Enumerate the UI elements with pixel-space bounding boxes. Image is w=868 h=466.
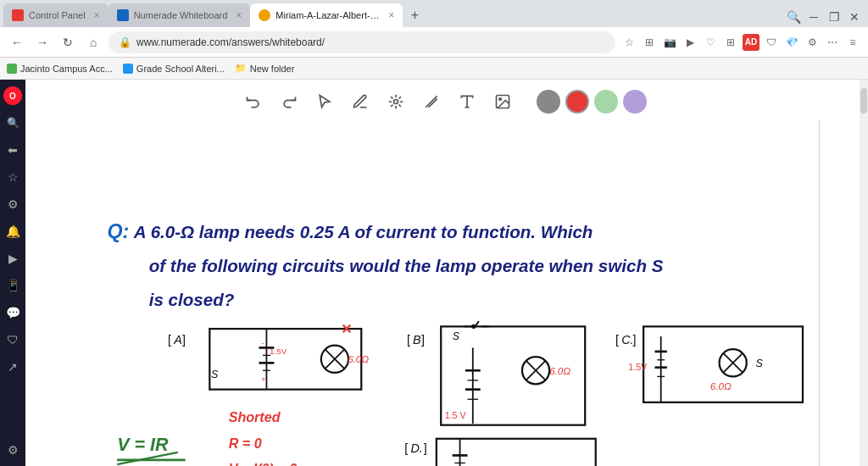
svg-text:S: S: [756, 358, 764, 369]
redo-button[interactable]: [274, 86, 304, 117]
tab-close-numerade[interactable]: ×: [236, 9, 242, 21]
tab-numerade[interactable]: Numerade Whiteboard ×: [108, 3, 251, 27]
svg-rect-14: [209, 329, 361, 390]
bookmark-folder[interactable]: 📁 New folder: [235, 63, 295, 74]
sidebar-external-icon[interactable]: ↗: [3, 358, 22, 376]
tab-label-control: Control Panel: [29, 10, 86, 20]
drawing-svg: Q: A 6.0-Ω lamp needs 0.25 A of current …: [25, 120, 860, 466]
bookmark-label-jacinto: Jacinto Campus Acc...: [20, 64, 113, 74]
vpn-icon[interactable]: 🛡: [763, 34, 780, 51]
ad-block-icon[interactable]: AD: [743, 34, 760, 51]
svg-text:-: -: [261, 339, 264, 347]
svg-text:1.5 V: 1.5 V: [445, 410, 467, 420]
sidebar-notification-icon[interactable]: 🔔: [3, 222, 22, 241]
sidebar-message-icon[interactable]: 💬: [3, 303, 22, 322]
svg-point-6: [499, 98, 502, 101]
svg-text:[: [: [615, 333, 619, 347]
svg-text:6.0Ω: 6.0Ω: [710, 380, 732, 391]
apps-icon[interactable]: ⊞: [722, 34, 739, 51]
forward-button[interactable]: →: [32, 32, 53, 53]
pencil-button[interactable]: [345, 86, 376, 117]
extensions-icon[interactable]: ⋯: [824, 34, 841, 51]
svg-text:+: +: [261, 375, 265, 384]
drawing-toolbar: [25, 80, 860, 120]
reload-button[interactable]: ↻: [58, 32, 78, 53]
restore-button[interactable]: ❐: [824, 7, 844, 27]
url-bar[interactable]: 🔒 www.numerade.com/answers/whiteboard/: [108, 31, 615, 53]
svg-text:A: A: [173, 333, 182, 347]
svg-text:1.5V: 1.5V: [270, 347, 287, 356]
svg-text:Shorted: Shorted: [229, 409, 281, 424]
minimize-button[interactable]: ─: [804, 7, 824, 27]
svg-point-0: [394, 100, 398, 104]
bookmark-label-grade: Grade School Alteri...: [136, 64, 225, 74]
svg-text:[: [: [168, 333, 171, 347]
sidebar-bottom-settings-icon[interactable]: ⚙: [3, 441, 22, 459]
svg-text:Q:: Q:: [108, 220, 130, 242]
svg-text:[: [: [407, 333, 410, 347]
sidebar-settings-icon[interactable]: ⚙: [3, 195, 22, 214]
bookmark-label-folder: New folder: [250, 64, 295, 74]
sidebar-shield-icon[interactable]: 🛡: [3, 330, 22, 349]
settings-icon[interactable]: ⚙: [804, 34, 821, 51]
home-button[interactable]: ⌂: [83, 32, 103, 53]
tab-search-icon[interactable]: ⊞: [641, 34, 658, 51]
sidebar-search-icon[interactable]: 🔍: [3, 114, 22, 132]
heart-icon[interactable]: ♡: [702, 34, 719, 51]
svg-text:of the following circuits  wou: of the following circuits would the lamp…: [149, 256, 664, 275]
scroll-thumb[interactable]: [860, 88, 867, 114]
camera-icon[interactable]: 📷: [661, 34, 678, 51]
tab-control-panel[interactable]: Control Panel ×: [3, 3, 108, 27]
undo-button[interactable]: [238, 86, 269, 117]
svg-text:]: ]: [421, 333, 425, 347]
shapes-button[interactable]: [381, 86, 411, 117]
image-button[interactable]: [487, 86, 518, 117]
whiteboard-canvas[interactable]: Q: A 6.0-Ω lamp needs 0.25 A of current …: [25, 120, 860, 466]
sidebar-phone-icon[interactable]: 📱: [3, 276, 22, 295]
sidebar: O 🔍 ⬅ ☆ ⚙ 🔔 ▶ 📱 💬 🛡 ↗ ⚙: [0, 80, 25, 466]
svg-text:6.0Ω: 6.0Ω: [348, 353, 369, 364]
bookmark-grade[interactable]: Grade School Alteri...: [123, 64, 225, 74]
wallet-icon[interactable]: 💎: [783, 34, 800, 51]
lock-icon: 🔒: [119, 36, 131, 48]
svg-text:A 6.0-Ω lamp needs  0.25 A of : A 6.0-Ω lamp needs 0.25 A of current to …: [133, 222, 593, 241]
svg-text:S: S: [211, 369, 219, 380]
tab-miriam[interactable]: Miriam-A-Lazar-Albert-Tu... ×: [250, 3, 403, 27]
back-button[interactable]: ←: [7, 32, 27, 53]
text-button[interactable]: [452, 86, 482, 117]
svg-text:]: ]: [182, 333, 186, 347]
color-gray[interactable]: [537, 90, 560, 114]
svg-text:[: [: [404, 441, 408, 455]
select-button[interactable]: [309, 86, 340, 117]
bookmark-jacinto[interactable]: Jacinto Campus Acc...: [7, 64, 113, 74]
svg-text:R = 0: R = 0: [229, 435, 262, 451]
address-bar: ← → ↻ ⌂ 🔒 www.numerade.com/answers/white…: [0, 27, 868, 58]
color-purple[interactable]: [623, 90, 647, 114]
search-button-tab[interactable]: 🔍: [783, 7, 804, 27]
tab-label-numerade: Numerade Whiteboard: [134, 10, 228, 20]
tab-close-control[interactable]: ×: [94, 9, 100, 21]
menu-icon[interactable]: ≡: [844, 34, 861, 51]
svg-line-1: [426, 96, 437, 107]
tab-favicon-miriam: [259, 9, 270, 21]
svg-text:V = I(0) = 0: V = I(0) = 0: [229, 461, 298, 466]
play-icon[interactable]: ▶: [682, 34, 698, 51]
tab-close-miriam[interactable]: ×: [388, 9, 394, 21]
bookmark-star-icon[interactable]: ☆: [620, 34, 637, 51]
svg-text:C.: C.: [621, 333, 633, 347]
sidebar-bookmark-icon[interactable]: ☆: [3, 168, 22, 186]
svg-text:✕: ✕: [341, 321, 352, 336]
color-red[interactable]: [565, 90, 589, 114]
address-actions: ☆ ⊞ 📷 ▶ ♡ ⊞ AD 🛡 💎 ⚙ ⋯ ≡: [620, 34, 861, 51]
close-button[interactable]: ✕: [844, 7, 865, 27]
new-tab-button[interactable]: +: [403, 3, 426, 27]
opera-icon[interactable]: O: [3, 86, 22, 105]
sidebar-play-icon[interactable]: ▶: [3, 249, 22, 268]
tab-favicon-control: [12, 9, 24, 21]
vertical-scrollbar[interactable]: [860, 80, 868, 466]
svg-text:S: S: [453, 330, 460, 342]
color-green[interactable]: [594, 90, 618, 114]
svg-text:]: ]: [424, 441, 427, 455]
sidebar-back-icon[interactable]: ⬅: [3, 141, 22, 159]
marker-button[interactable]: [416, 86, 447, 117]
